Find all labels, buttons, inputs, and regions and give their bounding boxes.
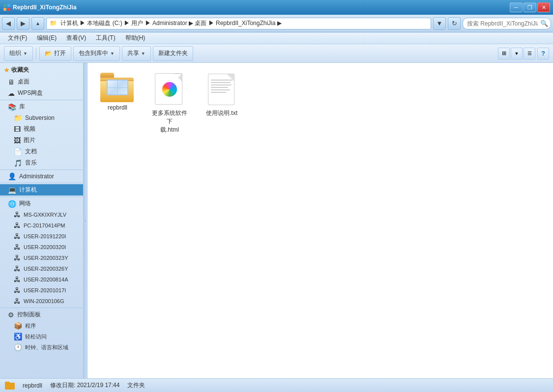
- program-label: 程序: [25, 322, 36, 330]
- minimize-button[interactable]: ─: [510, 2, 523, 12]
- network-item-1: PC-20170414PM: [24, 223, 65, 228]
- network-computer-icon-7: 🖧: [14, 286, 21, 294]
- txt-file-icon: [204, 73, 239, 107]
- include-library-label: 包含到库中: [79, 49, 108, 57]
- back-button[interactable]: ◀: [2, 17, 15, 30]
- restore-button[interactable]: ❐: [524, 2, 536, 12]
- sidebar-item-network-1[interactable]: 🖧 PC-20170414PM: [0, 220, 83, 231]
- html-file-icon: [152, 73, 187, 107]
- share-label: 共享: [127, 49, 139, 57]
- wps-label: WPS网盘: [18, 89, 43, 97]
- menu-file[interactable]: 文件(F): [4, 33, 31, 43]
- computer-label: 计算机: [19, 186, 37, 194]
- include-library-button[interactable]: 包含到库中 ▼: [73, 46, 120, 61]
- window-title: RepbrdII_XiTongZhiJia: [13, 4, 77, 11]
- sidebar-item-library[interactable]: 📚 库: [0, 101, 83, 112]
- sidebar-item-network-5[interactable]: 🖧 USER-20200326Y: [0, 263, 83, 274]
- dropdown-button[interactable]: ▼: [433, 17, 446, 30]
- file-item-txt[interactable]: 使用说明.txt: [200, 71, 244, 136]
- sidebar-item-network[interactable]: 🌐 网络: [0, 198, 83, 209]
- document-icon: 📄: [14, 148, 22, 156]
- network-item-6: USER-20200814A: [24, 277, 68, 282]
- control-panel-icon: ⚙: [8, 311, 14, 319]
- file-item-html[interactable]: 更多系统软件下载.html: [147, 71, 192, 136]
- wps-icon: ☁: [8, 89, 15, 97]
- menu-tools[interactable]: 工具(T): [92, 33, 119, 43]
- computer-icon: 💻: [8, 186, 16, 194]
- sidebar-item-desktop[interactable]: 🖥 桌面: [0, 76, 83, 87]
- sidebar-item-computer[interactable]: 💻 计算机: [0, 184, 83, 196]
- sidebar-item-network-4[interactable]: 🖧 USER-20200323Y: [0, 252, 83, 263]
- address-bar: ◀ ▶ ▲ 📁 计算机 ▶ 本地磁盘 (C:) ▶ 用户 ▶ Administr…: [0, 15, 553, 32]
- sidebar-item-administrator[interactable]: 👤 Administrator: [0, 171, 83, 182]
- breadcrumb: 📁 计算机 ▶ 本地磁盘 (C:) ▶ 用户 ▶ Administrator ▶…: [50, 19, 282, 28]
- file-item-repbrdll[interactable]: repbrdll: [95, 71, 140, 136]
- new-folder-label: 新建文件夹: [158, 49, 188, 57]
- view-detail-button[interactable]: ☰: [524, 48, 535, 59]
- network-item-8: WIN-20200106G: [24, 298, 64, 304]
- library-icon: 📚: [8, 103, 16, 111]
- sidebar-item-control-panel[interactable]: ⚙ 控制面板: [0, 309, 83, 320]
- view-dropdown-button[interactable]: ▼: [511, 48, 523, 59]
- close-button[interactable]: ✕: [537, 2, 550, 12]
- sidebar-item-video[interactable]: 🎞 视频: [0, 123, 83, 135]
- up-button[interactable]: ▲: [31, 17, 44, 30]
- help-button[interactable]: ?: [537, 48, 549, 59]
- menu-help[interactable]: 帮助(H): [121, 33, 149, 43]
- organize-button[interactable]: 组织 ▼: [4, 46, 33, 61]
- sidebar-item-network-2[interactable]: 🖧 USER-20191220I: [0, 231, 83, 242]
- network-item-3: USER-20200320I: [24, 244, 66, 250]
- sidebar-item-clock[interactable]: 🕐 时钟、语言和区域: [0, 342, 83, 353]
- sidebar-item-document[interactable]: 📄 文档: [0, 146, 83, 157]
- open-button[interactable]: 📂 打开: [39, 46, 71, 61]
- sidebar-item-accessibility[interactable]: ♿ 轻松访问: [0, 331, 83, 342]
- sidebar-item-network-8[interactable]: 🖧 WIN-20200106G: [0, 296, 83, 307]
- sidebar-item-wps[interactable]: ☁ WPS网盘: [0, 87, 83, 99]
- menu-bar: 文件(F) 编辑(E) 查看(V) 工具(T) 帮助(H): [0, 32, 553, 44]
- folder-icon: [100, 73, 135, 102]
- search-input[interactable]: [463, 18, 551, 29]
- program-icon: 📦: [14, 322, 22, 330]
- sidebar-item-network-6[interactable]: 🖧 USER-20200814A: [0, 274, 83, 285]
- sidebar-divider-5: [0, 308, 83, 308]
- accessibility-label: 轻松访问: [25, 333, 47, 340]
- control-panel-label: 控制面板: [17, 310, 41, 319]
- file-view: repbrdll 更多系统软件下载.html: [87, 63, 553, 378]
- music-label: 音乐: [25, 159, 37, 167]
- refresh-button[interactable]: ↻: [448, 17, 461, 30]
- accessibility-icon: ♿: [14, 333, 22, 340]
- sidebar-item-music[interactable]: 🎵 音乐: [0, 157, 83, 168]
- menu-view[interactable]: 查看(V): [62, 33, 90, 43]
- view-large-button[interactable]: ⊞: [498, 48, 510, 59]
- library-label: 库: [19, 103, 25, 111]
- sidebar-item-network-3[interactable]: 🖧 USER-20200320I: [0, 242, 83, 252]
- sidebar-item-subversion[interactable]: 📁 Subversion: [0, 112, 83, 123]
- address-path[interactable]: 📁 计算机 ▶ 本地磁盘 (C:) ▶ 用户 ▶ Administrator ▶…: [46, 18, 431, 29]
- network-computer-icon-2: 🖧: [14, 232, 21, 240]
- network-computer-icon-0: 🖧: [14, 211, 21, 219]
- svg-rect-1: [7, 4, 10, 7]
- sidebar-divider-2: [0, 169, 83, 170]
- video-label: 视频: [24, 125, 35, 133]
- subversion-icon: 📁: [14, 114, 22, 122]
- user-icon: 👤: [8, 172, 16, 180]
- network-computer-icon-3: 🖧: [14, 243, 21, 251]
- open-label: 打开: [54, 49, 66, 57]
- menu-edit[interactable]: 编辑(E): [33, 33, 60, 43]
- file-label-txt: 使用说明.txt: [206, 109, 237, 117]
- clock-icon: 🕐: [14, 343, 22, 351]
- status-bar: repbrdll 修改日期: 2021/2/19 17:44 文件夹: [0, 378, 553, 392]
- sidebar-item-network-7[interactable]: 🖧 USER-20201017I: [0, 285, 83, 296]
- new-folder-button[interactable]: 新建文件夹: [153, 46, 193, 61]
- sidebar-item-picture[interactable]: 🖼 图片: [0, 135, 83, 146]
- sidebar-item-program[interactable]: 📦 程序: [0, 320, 83, 331]
- star-icon: ★: [4, 67, 9, 74]
- window-icon: [3, 3, 11, 11]
- sidebar-splitter[interactable]: ···: [84, 63, 87, 378]
- network-item-4: USER-20200323Y: [24, 255, 68, 261]
- sidebar-item-network-0[interactable]: 🖧 MS-GXKIXRYJLV: [0, 209, 83, 220]
- share-button[interactable]: 共享 ▼: [122, 46, 151, 61]
- organize-label: 组织: [9, 49, 21, 57]
- forward-button[interactable]: ▶: [17, 17, 29, 30]
- network-computer-icon-6: 🖧: [14, 276, 21, 283]
